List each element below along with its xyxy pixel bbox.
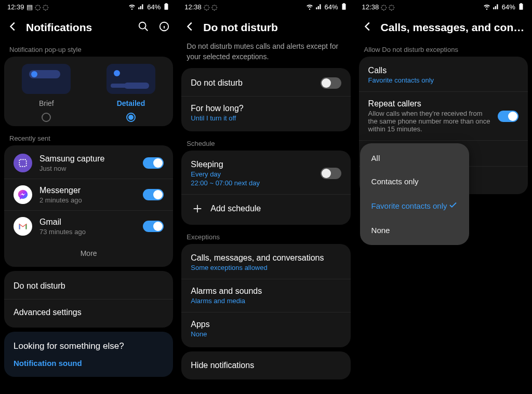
svg-rect-4 xyxy=(19,159,26,166)
calls-row[interactable]: Calls Favorite contacts only xyxy=(359,59,528,91)
repeat-toggle[interactable] xyxy=(498,111,518,122)
how-long-label: For how long? xyxy=(191,104,341,113)
messenger-status-icon: ◌ xyxy=(211,3,217,11)
option-none[interactable]: None xyxy=(360,219,469,242)
hide-label: Hide notifications xyxy=(191,361,254,370)
app-time: 73 minutes ago xyxy=(39,228,136,236)
alarms-sounds-row[interactable]: Alarms and sounds Alarms and media xyxy=(181,279,350,312)
signal-icon xyxy=(493,3,500,10)
repeat-title: Repeat callers xyxy=(368,99,491,108)
ex2-title: Alarms and sounds xyxy=(191,287,341,296)
how-long-row[interactable]: For how long? Until I turn it off xyxy=(181,96,350,129)
status-time: 12:39 xyxy=(7,3,24,11)
option-contacts-only[interactable]: Contacts only xyxy=(360,170,469,193)
wifi-icon xyxy=(128,3,136,10)
info-icon[interactable] xyxy=(158,21,170,34)
schedule-label: Schedule xyxy=(177,135,354,151)
battery-percent: 64% xyxy=(502,3,515,11)
app-name: Messenger xyxy=(39,186,136,195)
messenger-status-icon: ◌ xyxy=(389,3,394,11)
search-icon[interactable] xyxy=(138,21,149,34)
dnd-main-card: Do not disturb For how long? Until I tur… xyxy=(181,68,350,131)
chat-icon: ◌ xyxy=(204,3,209,11)
calls-messages-row[interactable]: Calls, messages, and conversations Some … xyxy=(181,246,350,279)
else-title: Looking for something else? xyxy=(14,341,164,351)
option-all[interactable]: All xyxy=(360,146,469,170)
hide-notifications-row[interactable]: Hide notifications xyxy=(181,354,350,377)
app-row-samsung-capture[interactable]: Samsung capture Just now xyxy=(4,147,173,179)
recent-apps-card: Samsung capture Just now Messenger 2 min… xyxy=(4,145,173,267)
exceptions-card: Calls, messages, and conversations Some … xyxy=(181,244,350,347)
ex2-sub: Alarms and media xyxy=(191,297,341,305)
svg-rect-7 xyxy=(519,4,523,10)
app-toggle[interactable] xyxy=(143,157,164,169)
popup-detailed-option[interactable]: Detailed xyxy=(107,64,155,122)
svg-rect-0 xyxy=(165,4,168,10)
brief-preview-icon xyxy=(22,64,71,94)
app-name: Gmail xyxy=(39,218,136,227)
option-favorite-contacts[interactable]: Favorite contacts only xyxy=(360,193,469,219)
back-icon[interactable] xyxy=(184,21,196,34)
advanced-link[interactable]: Advanced settings xyxy=(4,299,173,325)
ex1-title: Calls, messages, and conversations xyxy=(191,253,341,263)
check-icon xyxy=(448,200,458,211)
popup-brief-option[interactable]: Brief xyxy=(22,64,71,122)
dnd-label: Do not disturb xyxy=(191,78,314,88)
brief-radio[interactable] xyxy=(42,113,51,122)
apps-row[interactable]: Apps None xyxy=(181,312,350,345)
repeat-callers-row[interactable]: Repeat callers Allow calls when they're … xyxy=(359,91,528,140)
else-card: Looking for something else? Notification… xyxy=(4,332,173,377)
calls-dropdown: All Contacts only Favorite contacts only… xyxy=(360,143,469,245)
brief-label: Brief xyxy=(39,99,54,107)
ex3-title: Apps xyxy=(191,320,341,329)
dnd-toggle-row[interactable]: Do not disturb xyxy=(181,70,350,96)
page-title: Calls, messages, and conversa… xyxy=(381,21,525,34)
app-time: 2 minutes ago xyxy=(39,196,136,204)
popup-style-label: Notification pop-up style xyxy=(0,42,177,57)
sleeping-row[interactable]: Sleeping Every day 22:00 ~ 07:00 next da… xyxy=(181,153,350,194)
popup-style-card: Brief Detailed xyxy=(4,57,173,126)
app-toggle[interactable] xyxy=(143,189,164,200)
svg-rect-5 xyxy=(342,4,345,10)
detailed-radio[interactable] xyxy=(126,113,136,122)
image-icon: ▤ xyxy=(26,3,33,11)
header: Notifications xyxy=(0,13,177,42)
dnd-screen: 12:38 ◌ ◌ 64% Do not disturb Do not dist… xyxy=(177,0,354,394)
app-row-gmail[interactable]: Gmail 73 minutes ago xyxy=(4,210,173,242)
back-icon[interactable] xyxy=(7,21,19,34)
ex1-sub: Some exceptions allowed xyxy=(191,264,341,271)
svg-rect-6 xyxy=(343,3,345,4)
schedule-card: Sleeping Every day 22:00 ~ 07:00 next da… xyxy=(181,151,350,225)
page-title: Do not disturb xyxy=(203,21,347,34)
more-button[interactable]: More xyxy=(4,242,173,265)
back-icon[interactable] xyxy=(362,21,374,34)
app-row-messenger[interactable]: Messenger 2 minutes ago xyxy=(4,179,173,210)
status-bar: 12:39 ▤ ◌ ◌ 64% xyxy=(0,0,177,13)
sleeping-toggle[interactable] xyxy=(321,168,341,179)
samsung-capture-icon xyxy=(14,154,32,172)
wifi-icon xyxy=(483,3,490,10)
svg-rect-1 xyxy=(166,3,168,4)
detailed-preview-icon xyxy=(107,64,155,94)
notifications-screen: 12:39 ▤ ◌ ◌ 64% Notifications Notificati… xyxy=(0,0,177,394)
add-schedule-row[interactable]: Add schedule xyxy=(181,194,350,223)
dnd-link[interactable]: Do not disturb xyxy=(4,273,173,299)
app-toggle[interactable] xyxy=(143,221,164,232)
app-name: Samsung capture xyxy=(39,154,136,164)
svg-point-2 xyxy=(139,22,146,29)
battery-percent: 64% xyxy=(325,3,338,11)
sleeping-sub1: Every day xyxy=(191,170,314,178)
allow-label: Allow Do not disturb exceptions xyxy=(355,42,532,57)
chat-icon: ◌ xyxy=(35,3,41,11)
status-bar: 12:38 ◌ ◌ 64% xyxy=(355,0,532,13)
signal-icon xyxy=(138,3,145,10)
add-schedule-label: Add schedule xyxy=(210,204,261,213)
detailed-label: Detailed xyxy=(117,99,145,107)
notification-sound-link[interactable]: Notification sound xyxy=(14,359,164,368)
wifi-icon xyxy=(306,3,313,10)
repeat-sub: Allow calls when they're received from t… xyxy=(368,110,491,133)
status-bar: 12:38 ◌ ◌ 64% xyxy=(177,0,354,13)
dnd-toggle[interactable] xyxy=(321,77,341,89)
exceptions-label: Exceptions xyxy=(177,229,354,244)
battery-percent: 64% xyxy=(147,3,161,11)
